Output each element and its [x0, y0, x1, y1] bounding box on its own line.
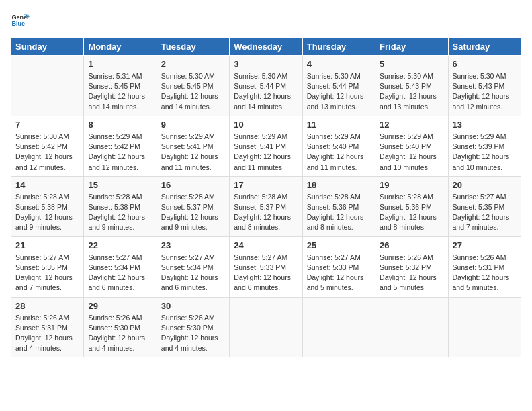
day-number: 22 — [88, 240, 152, 250]
day-info: Sunrise: 5:29 AMSunset: 5:40 PMDaylight:… — [307, 132, 371, 173]
day-info: Sunrise: 5:28 AMSunset: 5:36 PMDaylight:… — [380, 192, 443, 233]
day-number: 30 — [161, 301, 225, 311]
day-info: Sunrise: 5:26 AMSunset: 5:31 PMDaylight:… — [453, 253, 517, 293]
day-number: 10 — [234, 120, 298, 130]
calendar-week-2: 7Sunrise: 5:30 AMSunset: 5:42 PMDaylight… — [11, 116, 521, 176]
svg-text:Blue: Blue — [11, 20, 25, 27]
day-info: Sunrise: 5:26 AMSunset: 5:30 PMDaylight:… — [88, 313, 152, 354]
day-number: 14 — [15, 180, 79, 190]
day-number: 5 — [380, 59, 443, 69]
calendar-cell: 11Sunrise: 5:29 AMSunset: 5:40 PMDayligh… — [302, 116, 375, 176]
calendar-cell: 7Sunrise: 5:30 AMSunset: 5:42 PMDaylight… — [11, 116, 84, 176]
day-header-tuesday: Tuesday — [157, 38, 229, 56]
calendar-cell — [11, 56, 84, 116]
calendar-cell: 21Sunrise: 5:27 AMSunset: 5:35 PMDayligh… — [11, 236, 84, 297]
day-info: Sunrise: 5:27 AMSunset: 5:33 PMDaylight:… — [307, 253, 371, 293]
day-number: 1 — [88, 59, 152, 69]
calendar-cell: 23Sunrise: 5:27 AMSunset: 5:34 PMDayligh… — [157, 236, 229, 297]
day-header-wednesday: Wednesday — [230, 38, 302, 56]
day-info: Sunrise: 5:29 AMSunset: 5:39 PMDaylight:… — [453, 132, 517, 173]
calendar-cell: 24Sunrise: 5:27 AMSunset: 5:33 PMDayligh… — [230, 236, 302, 297]
calendar-cell: 1Sunrise: 5:31 AMSunset: 5:45 PMDaylight… — [84, 56, 157, 116]
logo: General Blue — [11, 11, 32, 30]
calendar-cell: 26Sunrise: 5:26 AMSunset: 5:32 PMDayligh… — [375, 236, 448, 297]
day-info: Sunrise: 5:26 AMSunset: 5:31 PMDaylight:… — [15, 313, 79, 354]
day-number: 21 — [15, 240, 79, 250]
calendar-cell: 29Sunrise: 5:26 AMSunset: 5:30 PMDayligh… — [84, 297, 157, 357]
day-info: Sunrise: 5:27 AMSunset: 5:34 PMDaylight:… — [88, 253, 152, 293]
day-info: Sunrise: 5:30 AMSunset: 5:44 PMDaylight:… — [234, 71, 298, 112]
day-info: Sunrise: 5:29 AMSunset: 5:42 PMDaylight:… — [88, 132, 152, 173]
day-header-friday: Friday — [375, 38, 448, 56]
page-header: General Blue — [11, 11, 521, 30]
calendar-cell — [230, 297, 302, 357]
day-info: Sunrise: 5:27 AMSunset: 5:35 PMDaylight:… — [15, 253, 79, 293]
day-number: 8 — [88, 120, 152, 130]
day-info: Sunrise: 5:27 AMSunset: 5:33 PMDaylight:… — [234, 253, 298, 293]
day-number: 24 — [234, 240, 298, 250]
calendar-week-1: 1Sunrise: 5:31 AMSunset: 5:45 PMDaylight… — [11, 56, 521, 116]
day-info: Sunrise: 5:28 AMSunset: 5:38 PMDaylight:… — [88, 192, 152, 233]
day-info: Sunrise: 5:26 AMSunset: 5:30 PMDaylight:… — [161, 313, 225, 354]
calendar-cell: 5Sunrise: 5:30 AMSunset: 5:43 PMDaylight… — [375, 56, 448, 116]
day-info: Sunrise: 5:26 AMSunset: 5:32 PMDaylight:… — [380, 253, 443, 293]
logo-icon: General Blue — [11, 11, 30, 30]
calendar-week-4: 21Sunrise: 5:27 AMSunset: 5:35 PMDayligh… — [11, 236, 521, 297]
calendar-table: SundayMondayTuesdayWednesdayThursdayFrid… — [11, 38, 521, 357]
day-info: Sunrise: 5:31 AMSunset: 5:45 PMDaylight:… — [88, 71, 152, 112]
calendar-cell: 3Sunrise: 5:30 AMSunset: 5:44 PMDaylight… — [230, 56, 302, 116]
day-number: 11 — [307, 120, 371, 130]
calendar-cell: 19Sunrise: 5:28 AMSunset: 5:36 PMDayligh… — [375, 176, 448, 236]
day-info: Sunrise: 5:30 AMSunset: 5:43 PMDaylight:… — [453, 71, 517, 112]
calendar-cell: 28Sunrise: 5:26 AMSunset: 5:31 PMDayligh… — [11, 297, 84, 357]
calendar-cell: 17Sunrise: 5:28 AMSunset: 5:37 PMDayligh… — [230, 176, 302, 236]
calendar-cell: 20Sunrise: 5:27 AMSunset: 5:35 PMDayligh… — [448, 176, 521, 236]
calendar-cell: 6Sunrise: 5:30 AMSunset: 5:43 PMDaylight… — [448, 56, 521, 116]
calendar-cell: 15Sunrise: 5:28 AMSunset: 5:38 PMDayligh… — [84, 176, 157, 236]
day-info: Sunrise: 5:30 AMSunset: 5:43 PMDaylight:… — [380, 71, 443, 112]
calendar-cell: 9Sunrise: 5:29 AMSunset: 5:41 PMDaylight… — [157, 116, 229, 176]
day-number: 12 — [380, 120, 443, 130]
calendar-cell: 18Sunrise: 5:28 AMSunset: 5:36 PMDayligh… — [302, 176, 375, 236]
calendar-week-5: 28Sunrise: 5:26 AMSunset: 5:31 PMDayligh… — [11, 297, 521, 357]
calendar-week-3: 14Sunrise: 5:28 AMSunset: 5:38 PMDayligh… — [11, 176, 521, 236]
day-number: 19 — [380, 180, 443, 190]
day-header-sunday: Sunday — [11, 38, 84, 56]
calendar-cell: 10Sunrise: 5:29 AMSunset: 5:41 PMDayligh… — [230, 116, 302, 176]
calendar-cell — [375, 297, 448, 357]
day-number: 2 — [161, 59, 225, 69]
calendar-cell: 14Sunrise: 5:28 AMSunset: 5:38 PMDayligh… — [11, 176, 84, 236]
calendar-header-row: SundayMondayTuesdayWednesdayThursdayFrid… — [11, 38, 521, 56]
calendar-body: 1Sunrise: 5:31 AMSunset: 5:45 PMDaylight… — [11, 56, 521, 357]
calendar-cell: 4Sunrise: 5:30 AMSunset: 5:44 PMDaylight… — [302, 56, 375, 116]
day-info: Sunrise: 5:27 AMSunset: 5:34 PMDaylight:… — [161, 253, 225, 293]
day-number: 18 — [307, 180, 371, 190]
day-info: Sunrise: 5:30 AMSunset: 5:45 PMDaylight:… — [161, 71, 225, 112]
calendar-cell: 22Sunrise: 5:27 AMSunset: 5:34 PMDayligh… — [84, 236, 157, 297]
day-info: Sunrise: 5:29 AMSunset: 5:40 PMDaylight:… — [380, 132, 443, 173]
calendar-cell: 13Sunrise: 5:29 AMSunset: 5:39 PMDayligh… — [448, 116, 521, 176]
day-number: 16 — [161, 180, 225, 190]
day-number: 9 — [161, 120, 225, 130]
day-info: Sunrise: 5:28 AMSunset: 5:37 PMDaylight:… — [161, 192, 225, 233]
day-info: Sunrise: 5:30 AMSunset: 5:44 PMDaylight:… — [307, 71, 371, 112]
calendar-cell — [302, 297, 375, 357]
day-number: 27 — [453, 240, 517, 250]
day-number: 26 — [380, 240, 443, 250]
day-number: 3 — [234, 59, 298, 69]
calendar-cell: 25Sunrise: 5:27 AMSunset: 5:33 PMDayligh… — [302, 236, 375, 297]
day-info: Sunrise: 5:27 AMSunset: 5:35 PMDaylight:… — [453, 192, 517, 233]
day-info: Sunrise: 5:28 AMSunset: 5:37 PMDaylight:… — [234, 192, 298, 233]
day-number: 15 — [88, 180, 152, 190]
calendar-cell: 2Sunrise: 5:30 AMSunset: 5:45 PMDaylight… — [157, 56, 229, 116]
day-number: 25 — [307, 240, 371, 250]
calendar-cell: 8Sunrise: 5:29 AMSunset: 5:42 PMDaylight… — [84, 116, 157, 176]
calendar-cell: 27Sunrise: 5:26 AMSunset: 5:31 PMDayligh… — [448, 236, 521, 297]
day-header-thursday: Thursday — [302, 38, 375, 56]
day-number: 28 — [15, 301, 79, 311]
day-number: 7 — [15, 120, 79, 130]
day-header-saturday: Saturday — [448, 38, 521, 56]
day-number: 13 — [453, 120, 517, 130]
day-number: 4 — [307, 59, 371, 69]
day-info: Sunrise: 5:29 AMSunset: 5:41 PMDaylight:… — [234, 132, 298, 173]
